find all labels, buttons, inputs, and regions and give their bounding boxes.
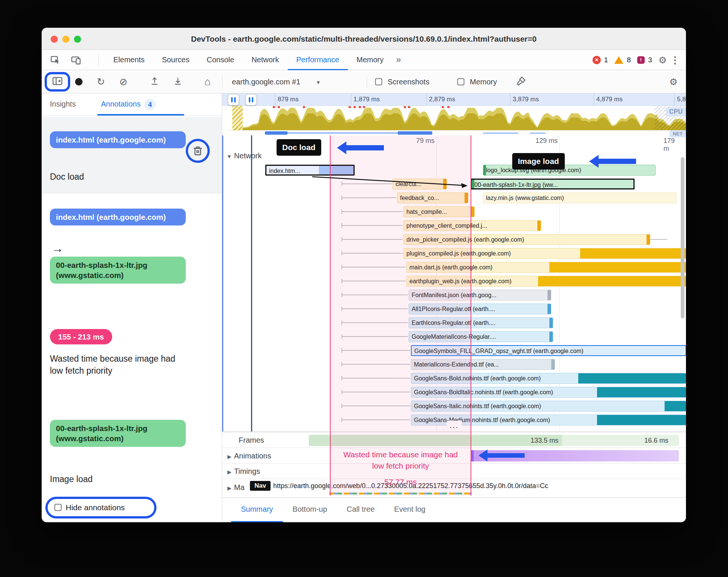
record-button[interactable] — [75, 78, 83, 86]
net-overview-segment — [530, 132, 546, 134]
minimap-right-handle[interactable] — [245, 94, 257, 105]
network-request-bar[interactable]: lazy.min.js (www.gstatic.com) — [483, 192, 677, 203]
doc-load-callout[interactable]: Doc load — [277, 139, 321, 156]
hide-annotations-label: Hide annotations — [66, 503, 125, 512]
frame-bar[interactable]: 133.5 ms — [309, 435, 562, 446]
request-whisker — [341, 253, 403, 254]
network-request-bar[interactable]: FontManifest.json (earth.goog... — [409, 290, 551, 301]
warning-icon[interactable] — [614, 56, 623, 64]
request-whisker — [341, 281, 406, 281]
main-activity-strip — [329, 493, 472, 494]
annotation-pill-splash-image[interactable]: 00-earth-splash-1x-ltr.jpg (www.gstatic.… — [50, 420, 186, 447]
network-request-bar[interactable]: GoogleSans-BoldItalic.nohints.ttf (earth… — [411, 387, 686, 398]
network-request-bar[interactable]: feedback_co... — [397, 192, 468, 203]
bottom-tab-call-tree[interactable]: Call tree — [337, 498, 384, 522]
annotation-pill-index-html[interactable]: index.html (earth.google.com) — [50, 131, 186, 148]
tab-insights[interactable]: Insights — [50, 93, 76, 116]
timeline-minimap[interactable]: 879 ms1,879 ms2,879 ms3,879 ms4,879 ms5,… — [222, 93, 686, 135]
tab-network[interactable]: Network — [243, 50, 287, 70]
bottom-tab-summary[interactable]: Summary — [231, 498, 283, 522]
settings-gear-icon[interactable]: ⚙ — [659, 55, 667, 66]
performance-toolbar: ↻ ⊘ ⌂ earth.google.com #1 ▾ Screenshots … — [42, 70, 686, 93]
panel-settings-gear-icon[interactable]: ⚙ — [669, 76, 678, 87]
cpu-overview-chart[interactable]: CPU — [222, 106, 686, 130]
clear-recording-icon[interactable]: ⊘ — [119, 76, 128, 87]
annotation-pill-time-range[interactable]: 155 - 213 ms — [50, 329, 112, 344]
network-request-bar[interactable]: EarthIcons-Regular.otf (earth.... — [409, 317, 553, 328]
home-icon[interactable]: ⌂ — [205, 76, 211, 88]
expand-triangle-icon[interactable]: ▶ — [227, 469, 232, 475]
error-tick — [278, 106, 280, 108]
request-label: FontManifest.json (earth.goog... — [409, 290, 499, 300]
request-whisker — [341, 336, 408, 337]
target-selector-dropdown[interactable]: earth.google.com #1 ▾ — [232, 77, 320, 86]
image-load-callout[interactable]: Image load — [512, 153, 565, 170]
bottom-tab-event-log[interactable]: Event log — [384, 498, 435, 522]
network-request-bar[interactable]: 00-earth-splash-1x-ltr.jpg (ww... — [471, 179, 635, 189]
more-tabs-icon[interactable]: » — [392, 50, 405, 70]
wasted-time-annotation[interactable]: Wasted time because image had low fetch … — [330, 449, 471, 488]
network-request-bar[interactable]: GoogleSans-Italic.nohints.ttf (earth.goo… — [411, 401, 686, 412]
show-sidebar-icon[interactable] — [52, 76, 63, 88]
frame-bar[interactable]: 16.6 ms — [562, 435, 679, 446]
ruler-tick — [674, 93, 675, 106]
tab-performance[interactable]: Performance — [288, 50, 348, 70]
animation-bar[interactable] — [471, 450, 679, 461]
minimap-left-handle[interactable] — [228, 94, 239, 105]
annotation-pill-index-html[interactable]: index.html (earth.google.com) — [50, 209, 186, 225]
wasted-time-text: Wasted time because image had low fetch … — [343, 449, 459, 472]
memory-checkbox[interactable] — [457, 78, 465, 85]
device-toolbar-icon[interactable] — [71, 55, 81, 67]
collect-garbage-icon[interactable] — [516, 76, 526, 88]
expand-triangle-icon[interactable]: ▶ — [227, 485, 232, 491]
request-whisker — [341, 239, 403, 240]
network-scrollbar[interactable] — [681, 157, 684, 319]
network-request-bar[interactable]: GoogleSymbols_FILL_GRAD_opsz_wght.ttf (e… — [411, 345, 686, 356]
network-request-bar[interactable]: MaterialIcons-Extended.ttf (ea... — [411, 359, 555, 370]
annotation-entry-time-range[interactable]: 155 - 213 ms Wasted time because image h… — [42, 326, 222, 416]
tab-sources[interactable]: Sources — [153, 50, 198, 70]
network-request-bar[interactable]: earthplugin_web.js (earth.google.com) — [406, 276, 686, 287]
inspect-element-icon[interactable] — [50, 55, 60, 67]
tab-annotations[interactable]: Annotations4 — [101, 93, 156, 116]
network-request-bar[interactable]: All1PIcons-Regular.otf (earth.... — [409, 304, 551, 314]
download-profile-icon[interactable] — [173, 76, 183, 87]
issues-icon[interactable]: ! — [637, 56, 645, 64]
tab-memory[interactable]: Memory — [348, 50, 392, 70]
network-section-header[interactable]: ▼Network — [227, 152, 265, 160]
expand-triangle-icon[interactable]: ▶ — [227, 453, 232, 459]
upload-profile-icon[interactable] — [150, 76, 159, 87]
network-request-bar[interactable]: index.htm... — [265, 165, 355, 176]
network-request-bar[interactable]: clearcut... — [393, 179, 447, 189]
tab-elements[interactable]: Elements — [105, 50, 153, 70]
ruler-tick — [510, 93, 510, 106]
annotation-entry-image-load[interactable]: 00-earth-splash-1x-ltr.jpg (www.gstatic.… — [42, 418, 222, 497]
issues-count: 3 — [648, 56, 652, 64]
tab-console[interactable]: Console — [198, 50, 243, 70]
request-label: index.htm... — [266, 166, 303, 176]
network-request-bar[interactable]: drive_picker_compiled.js (earth.google.c… — [403, 234, 650, 245]
network-request-bar[interactable]: GoogleSans-Bold.nohints.ttf (earth.googl… — [411, 373, 686, 384]
network-request-bar[interactable]: plugins_compiled.js (earth.google.com) — [403, 248, 686, 259]
network-request-row: GoogleSymbols_FILL_GRAD_opsz_wght.ttf (e… — [222, 344, 686, 358]
network-request-bar[interactable]: GoogleMaterialIcons-Regular.... — [409, 331, 553, 342]
network-overflow-ellipsis[interactable]: ... — [447, 421, 462, 430]
error-tick — [404, 106, 406, 108]
reload-and-record-icon[interactable]: ↻ — [97, 76, 105, 87]
annotation-pill-splash-image[interactable]: 00-earth-splash-1x-ltr.jpg (www.gstatic.… — [50, 257, 186, 284]
network-request-bar[interactable]: main.dart.js (earth.google.com) — [406, 262, 686, 273]
network-request-bar[interactable]: hats_compile... — [403, 206, 475, 217]
detail-ruler-label: 129 ms — [535, 137, 558, 145]
devtools-tabbar: ElementsSourcesConsoleNetworkPerformance… — [42, 50, 686, 70]
bottom-tab-bottom-up[interactable]: Bottom-up — [283, 498, 337, 522]
screenshots-checkbox[interactable] — [375, 78, 382, 85]
network-request-bar[interactable]: phenotype_client_compiled.j... — [403, 220, 541, 231]
error-icon[interactable]: ✕ — [593, 56, 601, 64]
network-request-bar[interactable]: logo_lockup.svg (earth.google.com) — [483, 165, 656, 176]
hide-annotations-checkbox[interactable] — [54, 504, 62, 511]
annotation-entry-link[interactable]: index.html (earth.google.com) → 00-earth… — [42, 204, 222, 309]
frames-track[interactable]: Frames 133.5 ms 16.6 ms — [222, 432, 686, 448]
delete-annotation-icon[interactable] — [192, 145, 204, 158]
kebab-menu-icon[interactable]: ⋮ — [670, 54, 680, 66]
annotation-entry-doc-load[interactable]: index.html (earth.google.com) Doc load — [42, 117, 222, 193]
